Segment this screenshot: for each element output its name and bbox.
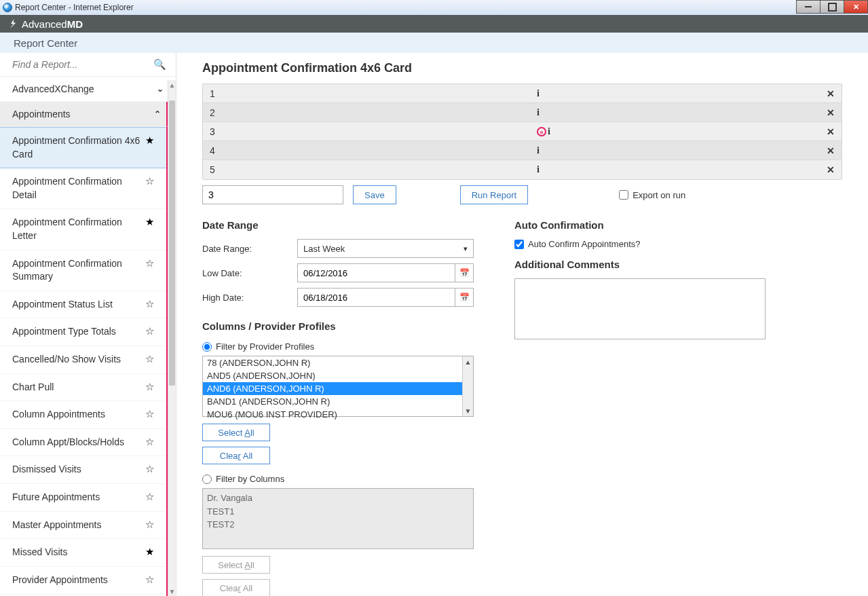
filter-columns-radio[interactable]: Filter by Columns: [202, 474, 474, 484]
list-item: TEST2: [207, 518, 469, 532]
window-titlebar: Report Center - Internet Explorer ✕: [0, 0, 868, 15]
export-label: Export on run: [633, 190, 685, 200]
star-empty-icon[interactable]: ☆: [145, 257, 154, 269]
sidebar-scrollbar[interactable]: ▲ ▼: [168, 80, 176, 596]
nav-item-conf4x6[interactable]: Appointment Confirmation 4x6 Card★: [0, 127, 166, 168]
nav-item-confletter[interactable]: Appointment Confirmation Letter★: [0, 209, 166, 250]
brand-logo: AdvancedMD: [8, 18, 83, 30]
auto-confirm-checkbox[interactable]: Auto Confirm Appointments?: [514, 239, 842, 249]
columns-listbox: Dr. Vangala TEST1 TEST2: [202, 488, 474, 549]
calendar-icon[interactable]: 📅: [455, 288, 474, 307]
saved-report-row[interactable]: 2i✕: [203, 103, 842, 122]
nav-item-dismissed[interactable]: Dismissed Visits☆: [0, 456, 166, 484]
scroll-up-icon[interactable]: ▲: [168, 80, 176, 90]
saved-report-row[interactable]: 3oi✕: [203, 122, 842, 141]
run-report-button[interactable]: Run Report: [460, 185, 528, 204]
date-range-select[interactable]: Last Week ▾: [297, 239, 474, 258]
star-empty-icon[interactable]: ☆: [145, 519, 154, 531]
radio-label: Filter by Provider Profiles: [216, 341, 314, 352]
checkbox-input[interactable]: [514, 240, 524, 249]
select-value: Last Week: [303, 244, 345, 254]
star-empty-icon[interactable]: ☆: [145, 491, 154, 503]
search-box[interactable]: 🔍: [0, 53, 176, 77]
nav-item-provider[interactable]: Provider Appointments☆: [0, 567, 166, 595]
filter-profiles-radio[interactable]: Filter by Provider Profiles: [202, 341, 474, 352]
save-button[interactable]: Save: [353, 185, 396, 204]
info-icon[interactable]: i: [537, 88, 540, 99]
delete-icon[interactable]: ✕: [827, 145, 835, 156]
info-icon[interactable]: i: [537, 145, 540, 156]
nav-item-colblocks[interactable]: Column Appt/Blocks/Holds☆: [0, 429, 166, 457]
list-item[interactable]: BAND1 (ANDERSON,JOHN R): [203, 395, 473, 408]
list-item[interactable]: AND5 (ANDERSON,JOHN): [203, 369, 473, 382]
scroll-up-icon[interactable]: ▲: [463, 356, 473, 367]
radio-input[interactable]: [202, 474, 212, 484]
list-item[interactable]: MOU6 (MOU6 INST PROVIDER): [203, 408, 473, 421]
info-icon[interactable]: oi: [537, 126, 550, 137]
star-empty-icon[interactable]: ☆: [145, 298, 154, 310]
nav-items-appointments: Appointment Confirmation 4x6 Card★ Appoi…: [0, 127, 168, 596]
nav-item-colappts[interactable]: Column Appointments☆: [0, 401, 166, 429]
star-empty-icon[interactable]: ☆: [145, 408, 154, 420]
list-item[interactable]: AND6 (ANDERSON,JOHN R): [203, 382, 473, 395]
star-empty-icon[interactable]: ☆: [145, 574, 154, 586]
nav-item-missed[interactable]: Missed Visits★: [0, 539, 166, 567]
report-name-input[interactable]: [202, 185, 343, 204]
search-input[interactable]: [12, 59, 153, 70]
nav-item-master[interactable]: Master Appointments☆: [0, 512, 166, 540]
delete-icon[interactable]: ✕: [827, 164, 835, 175]
scroll-down-icon[interactable]: ▼: [168, 586, 176, 596]
delete-icon[interactable]: ✕: [827, 107, 835, 118]
high-date-input[interactable]: [297, 288, 455, 307]
autoconf-title: Auto Confirmation: [514, 219, 842, 231]
export-checkbox[interactable]: [619, 190, 628, 200]
delete-icon[interactable]: ✕: [827, 126, 835, 137]
nav-item-cancelled[interactable]: Cancelled/No Show Visits☆: [0, 346, 166, 374]
info-icon[interactable]: i: [537, 164, 540, 175]
nav-item-confsummary[interactable]: Appointment Confirmation Summary☆: [0, 250, 166, 291]
nav-group-advancedxchange[interactable]: AdvancedXChange ⌄: [0, 77, 176, 102]
star-fill-icon[interactable]: ★: [145, 216, 154, 228]
star-empty-icon[interactable]: ☆: [145, 353, 154, 365]
provider-profiles-listbox[interactable]: 78 (ANDERSON,JOHN R) AND5 (ANDERSON,JOHN…: [202, 356, 474, 417]
window-maximize-button[interactable]: [820, 0, 844, 14]
listbox-scrollbar[interactable]: ▲ ▼: [462, 356, 473, 416]
list-item[interactable]: 78 (ANDERSON,JOHN R): [203, 356, 473, 369]
saved-report-row[interactable]: 5i✕: [203, 160, 842, 179]
page-subheader: Report Center: [0, 33, 868, 53]
saved-report-row[interactable]: 4i✕: [203, 141, 842, 160]
radio-input[interactable]: [202, 342, 212, 352]
star-empty-icon[interactable]: ☆: [145, 463, 154, 475]
window-minimize-button[interactable]: [796, 0, 820, 14]
nav-item-confdetail[interactable]: Appointment Confirmation Detail☆: [0, 168, 166, 209]
star-empty-icon[interactable]: ☆: [145, 325, 154, 337]
scroll-down-icon[interactable]: ▼: [463, 405, 473, 416]
nav-group-appointments[interactable]: Appointments ⌃: [0, 102, 168, 127]
star-fill-icon[interactable]: ★: [145, 134, 154, 147]
comments-textarea[interactable]: [514, 278, 766, 339]
nav-item-chartpull[interactable]: Chart Pull☆: [0, 374, 166, 402]
nav-item-statuslist[interactable]: Appointment Status List☆: [0, 291, 166, 319]
star-empty-icon[interactable]: ☆: [145, 175, 154, 187]
calendar-icon[interactable]: 📅: [455, 263, 474, 282]
star-empty-icon[interactable]: ☆: [145, 381, 154, 393]
nav-item-future[interactable]: Future Appointments☆: [0, 484, 166, 512]
export-on-run[interactable]: Export on run: [619, 190, 685, 200]
clear-all-profiles-button[interactable]: Clear All: [202, 447, 270, 464]
saved-report-row[interactable]: 1i✕: [203, 84, 842, 103]
ie-icon: [3, 3, 12, 12]
chevron-down-icon: ▾: [464, 244, 468, 253]
window-close-button[interactable]: ✕: [844, 0, 868, 14]
star-fill-icon[interactable]: ★: [145, 546, 154, 558]
scroll-thumb[interactable]: [169, 100, 175, 386]
low-date-input[interactable]: [297, 263, 455, 282]
info-icon[interactable]: i: [537, 107, 540, 118]
list-item: TEST1: [207, 505, 469, 519]
search-icon[interactable]: 🔍: [153, 58, 166, 71]
delete-icon[interactable]: ✕: [827, 88, 835, 99]
select-all-columns-button: Select All: [202, 556, 270, 574]
star-empty-icon[interactable]: ☆: [145, 436, 154, 448]
nav-item-typetotals[interactable]: Appointment Type Totals☆: [0, 318, 166, 346]
select-all-profiles-button[interactable]: Select All: [202, 424, 270, 441]
comments-title: Additional Comments: [514, 259, 842, 270]
